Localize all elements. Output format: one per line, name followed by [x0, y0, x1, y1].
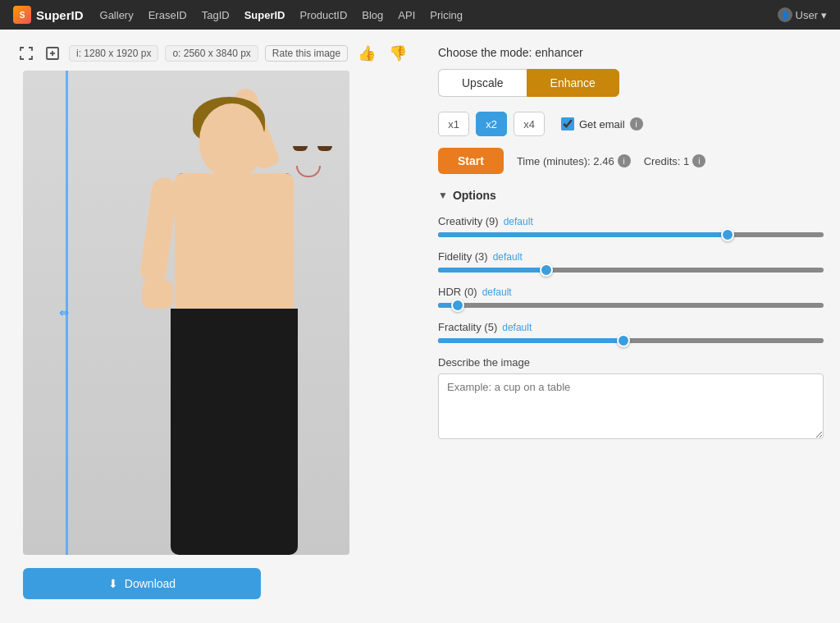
creativity-option: Creativity (9) default	[438, 215, 824, 237]
nav-logo[interactable]: S SuperID	[13, 6, 84, 24]
user-avatar-icon: 👤	[778, 7, 792, 22]
credits-info-icon[interactable]: i	[692, 154, 705, 167]
main-container: i: 1280 x 1920 px o: 2560 x 3840 px Rate…	[0, 30, 840, 623]
scale-x2-button[interactable]: x2	[476, 112, 507, 136]
describe-label: Describe the image	[438, 356, 824, 369]
describe-section: Describe the image	[438, 356, 824, 442]
nav-link-blog[interactable]: Blog	[362, 9, 383, 21]
face-eyes	[288, 146, 337, 163]
credits-label: Credits: 1	[644, 155, 690, 167]
describe-textarea[interactable]	[438, 373, 824, 439]
expand-icon-button[interactable]	[16, 45, 36, 62]
scale-x1-button[interactable]: x1	[438, 112, 469, 136]
time-label: Time (minutes): 2.46	[517, 155, 614, 167]
nav-links: Gallery EraseID TagID SuperID ProductID …	[100, 9, 761, 21]
nav-link-superid[interactable]: SuperID	[244, 9, 285, 21]
fractality-slider-thumb[interactable]	[617, 334, 630, 347]
output-size-badge: o: 2560 x 3840 px	[165, 45, 258, 62]
fidelity-label: Fidelity (3)	[438, 250, 488, 263]
chevron-down-icon: ▼	[438, 190, 448, 201]
fidelity-slider-thumb[interactable]	[540, 263, 553, 277]
navbar: S SuperID Gallery EraseID TagID SuperID …	[0, 0, 840, 30]
nav-link-pricing[interactable]: Pricing	[430, 9, 463, 21]
user-menu[interactable]: 👤 User ▾	[778, 7, 827, 22]
hdr-default-link[interactable]: default	[482, 286, 512, 298]
nav-link-productid[interactable]: ProductID	[299, 9, 347, 21]
hdr-slider-thumb[interactable]	[451, 299, 464, 312]
email-info-icon[interactable]: i	[630, 117, 643, 131]
scale-options: x1 x2 x4 Get email i	[438, 112, 824, 136]
pants	[171, 309, 298, 555]
time-info-icon[interactable]: i	[618, 154, 631, 167]
user-label: User	[796, 9, 818, 21]
arm-down	[139, 176, 180, 285]
eye-left	[293, 146, 308, 151]
get-email-row: Get email i	[561, 112, 643, 136]
fidelity-slider-track[interactable]	[438, 268, 824, 273]
thumbs-up-button[interactable]: 👍	[354, 43, 379, 64]
download-label: Download	[125, 577, 176, 590]
start-button[interactable]: Start	[438, 148, 504, 174]
image-canvas: ⇔	[23, 71, 349, 555]
mode-label-text: Choose the mode: enhancer	[438, 46, 583, 59]
hdr-label: HDR (0)	[438, 286, 477, 298]
fractality-slider-track[interactable]	[438, 338, 824, 343]
tab-upscale[interactable]: Upscale	[438, 69, 527, 97]
hdr-slider-track[interactable]	[438, 303, 824, 308]
tab-enhance[interactable]: Enhance	[527, 69, 619, 97]
eye-right	[317, 146, 332, 151]
creativity-slider-thumb[interactable]	[721, 228, 734, 241]
mode-tabs: Upscale Enhance	[438, 69, 824, 97]
image-toolbar: i: 1280 x 1920 px o: 2560 x 3840 px Rate…	[16, 43, 418, 64]
input-size-badge: i: 1280 x 1920 px	[69, 45, 158, 62]
get-email-checkbox[interactable]	[561, 117, 574, 131]
creativity-default-link[interactable]: default	[504, 216, 533, 227]
nav-link-tagid[interactable]: TagID	[202, 9, 230, 21]
download-bar: ⬇ Download	[23, 568, 418, 599]
smile	[296, 166, 321, 177]
hand-down	[142, 280, 173, 309]
fidelity-option: Fidelity (3) default	[438, 250, 824, 273]
fullscreen-icon-button[interactable]	[43, 45, 62, 62]
nav-link-gallery[interactable]: Gallery	[100, 9, 134, 21]
start-row: Start Time (minutes): 2.46 i Credits: 1 …	[438, 148, 824, 174]
creativity-slider-track[interactable]	[438, 232, 824, 237]
thumbs-down-button[interactable]: 👎	[386, 43, 410, 64]
logo-icon: S	[13, 6, 31, 24]
creativity-label: Creativity (9)	[438, 215, 499, 227]
nav-link-api[interactable]: API	[398, 9, 415, 21]
logo-text: SuperID	[36, 8, 84, 22]
hdr-option: HDR (0) default	[438, 286, 824, 308]
head	[199, 103, 265, 177]
creativity-slider-fill	[438, 232, 728, 237]
fractality-option: Fractality (5) default	[438, 321, 824, 343]
download-icon: ⬇	[108, 577, 118, 590]
time-info: Time (minutes): 2.46 i	[517, 154, 631, 167]
right-panel: Choose the mode: enhancer Upscale Enhanc…	[438, 43, 824, 610]
person-figure	[117, 87, 347, 555]
resize-handle[interactable]: ⇔	[59, 306, 69, 319]
fractality-label: Fractality (5)	[438, 321, 497, 333]
scale-x4-button[interactable]: x4	[514, 112, 545, 136]
nav-link-eraseid[interactable]: EraseID	[148, 9, 187, 21]
credits-info: Credits: 1 i	[644, 154, 706, 167]
download-button[interactable]: ⬇ Download	[23, 568, 261, 599]
fidelity-slider-fill	[438, 268, 546, 273]
options-label: Options	[453, 189, 496, 202]
image-preview: ⇔	[23, 71, 349, 555]
options-toggle[interactable]: ▼ Options	[438, 189, 824, 202]
fidelity-default-link[interactable]: default	[493, 251, 523, 263]
get-email-label: Get email	[579, 118, 625, 131]
left-panel: i: 1280 x 1920 px o: 2560 x 3840 px Rate…	[16, 43, 418, 610]
fractality-slider-fill	[438, 338, 623, 343]
mode-label: Choose the mode: enhancer	[438, 46, 824, 59]
user-dropdown-icon: ▾	[821, 9, 827, 21]
rate-image-button[interactable]: Rate this image	[265, 45, 348, 62]
fractality-default-link[interactable]: default	[502, 322, 532, 333]
